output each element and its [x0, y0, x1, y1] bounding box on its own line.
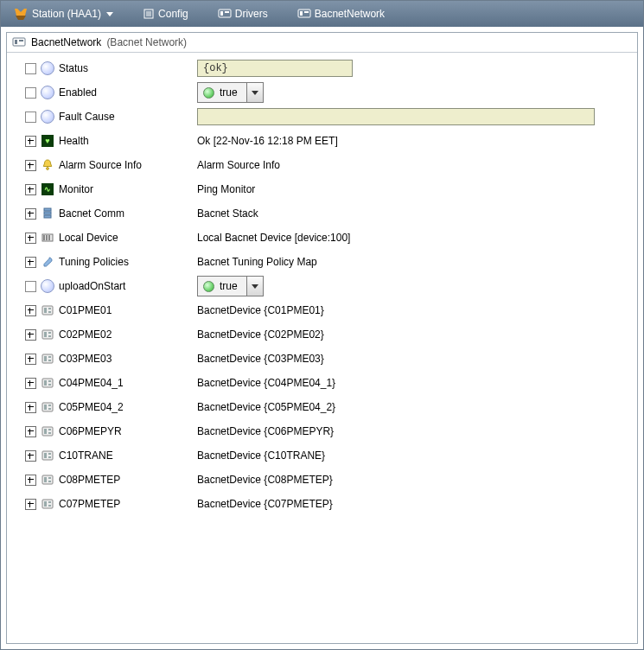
svg-rect-24	[48, 311, 51, 313]
svg-rect-41	[42, 427, 53, 436]
expand-button[interactable]	[25, 233, 36, 244]
svg-rect-49	[42, 475, 53, 484]
svg-rect-5	[220, 11, 223, 16]
svg-rect-9	[304, 11, 309, 13]
slot-icon	[41, 110, 54, 124]
svg-rect-39	[48, 405, 51, 406]
fault-cause-field	[197, 108, 595, 125]
row-bacnet-comm: Bacnet Comm Bacnet Stack	[22, 201, 630, 226]
expand-button[interactable]	[25, 450, 36, 462]
svg-rect-34	[44, 380, 47, 386]
svg-rect-53	[42, 500, 53, 508]
bacnet-comm-value: Bacnet Stack	[197, 207, 258, 220]
device-name: C06PMEPYR	[59, 425, 122, 437]
row-device: C05PME04_2BacnetDevice {C05PME04_2}	[22, 395, 630, 419]
row-device: C03PME03BacnetDevice {C03PME03}	[22, 347, 630, 371]
svg-rect-16	[44, 215, 51, 218]
dropdown-caret-icon	[106, 12, 113, 16]
breadcrumb-station[interactable]: Station (HAA1)	[6, 4, 120, 23]
expand-button[interactable]	[25, 354, 36, 365]
row-device: C10TRANEBacnetDevice {C10TRANE}	[22, 443, 630, 468]
label-fault-cause: Fault Cause	[59, 111, 115, 123]
svg-rect-50	[44, 477, 47, 482]
svg-rect-37	[42, 403, 53, 411]
expand-button[interactable]	[25, 378, 36, 389]
expand-button[interactable]	[25, 402, 36, 413]
leaf-icon	[25, 281, 36, 292]
row-device: C08PMETEPBacnetDevice {C08PMETEP}	[22, 468, 630, 492]
breadcrumb-station-label: Station (HAA1)	[32, 8, 101, 20]
row-device: C06PMEPYRBacnetDevice {C06PMEPYR}	[22, 419, 630, 443]
true-indicator-icon	[203, 87, 214, 99]
row-upload-on-start: uploadOnStart true	[22, 274, 630, 298]
device-name: C02PME02	[59, 328, 112, 341]
expand-button[interactable]	[25, 257, 36, 268]
device-icon	[41, 498, 54, 510]
svg-rect-14	[44, 208, 51, 211]
svg-rect-40	[48, 408, 51, 410]
svg-rect-32	[48, 360, 51, 361]
svg-rect-11	[15, 40, 17, 44]
health-icon: ♥	[41, 135, 54, 147]
upload-on-start-dropdown[interactable]: true	[197, 276, 264, 296]
device-list: C01PME01BacnetDevice {C01PME01}C02PME02B…	[22, 298, 630, 516]
device-name: C01PME01	[59, 304, 112, 316]
dropdown-button[interactable]	[246, 83, 263, 102]
chevron-down-icon	[252, 91, 258, 95]
device-desc: BacnetDevice {C05PME04_2}	[197, 401, 335, 413]
svg-rect-52	[48, 481, 51, 482]
svg-rect-45	[42, 451, 53, 460]
label-health: Health	[59, 135, 89, 147]
expand-button[interactable]	[25, 499, 36, 510]
expand-button[interactable]	[25, 160, 36, 171]
expand-button[interactable]	[25, 184, 36, 195]
breadcrumb-config[interactable]: Config	[136, 6, 195, 22]
panel-title: BacnetNetwork	[31, 36, 101, 48]
svg-rect-20	[48, 235, 50, 240]
svg-rect-36	[48, 384, 51, 386]
svg-rect-42	[44, 429, 47, 434]
enabled-dropdown[interactable]: true	[197, 82, 264, 103]
device-icon	[41, 449, 54, 462]
expand-button[interactable]	[25, 426, 36, 437]
label-alarm-source: Alarm Source Info	[59, 159, 142, 171]
expand-button[interactable]	[25, 475, 36, 486]
expand-button[interactable]	[25, 305, 36, 316]
svg-rect-44	[48, 432, 51, 434]
row-device: C07PMETEPBacnetDevice {C07PMETEP}	[22, 492, 630, 516]
driver-icon	[218, 8, 232, 20]
label-local-device: Local Device	[59, 232, 118, 244]
expand-button[interactable]	[25, 329, 36, 341]
tuning-policies-value: Bacnet Tuning Policy Map	[197, 256, 317, 268]
row-local-device: Local Device Local Bacnet Device [device…	[22, 226, 630, 250]
breadcrumb-bacnetnetwork[interactable]: BacnetNetwork	[290, 6, 392, 22]
svg-rect-43	[48, 429, 51, 430]
device-desc: BacnetDevice {C07PMETEP}	[197, 498, 333, 510]
wrench-icon	[41, 256, 54, 268]
svg-rect-47	[48, 453, 51, 455]
dropdown-button[interactable]	[246, 277, 263, 296]
device-icon	[41, 425, 54, 437]
svg-rect-19	[46, 235, 48, 240]
svg-rect-25	[42, 330, 53, 339]
device-desc: BacnetDevice {C03PME03}	[197, 353, 324, 365]
breadcrumb-bacnet-label: BacnetNetwork	[315, 8, 385, 20]
device-desc: BacnetDevice {C01PME01}	[197, 304, 324, 316]
device-desc: BacnetDevice {C06PMEPYR}	[197, 425, 334, 437]
expand-button[interactable]	[25, 208, 36, 220]
property-sheet-panel: BacnetNetwork (Bacnet Network) Status {o…	[6, 32, 638, 644]
breadcrumb-drivers[interactable]: Drivers	[211, 6, 275, 22]
slot-icon	[41, 279, 54, 293]
upload-on-start-value: true	[220, 280, 238, 292]
panel-type: (Bacnet Network)	[106, 36, 187, 48]
svg-rect-38	[44, 405, 47, 410]
label-enabled: Enabled	[59, 86, 97, 99]
row-device: C01PME01BacnetDevice {C01PME01}	[22, 298, 630, 322]
svg-rect-8	[300, 11, 303, 16]
expand-button[interactable]	[25, 136, 36, 147]
svg-rect-30	[44, 356, 47, 361]
local-device-value: Local Bacnet Device [device:100]	[197, 232, 350, 244]
device-desc: BacnetDevice {C08PMETEP}	[197, 474, 333, 486]
device-name: C03PME03	[59, 353, 112, 365]
svg-rect-48	[48, 456, 51, 458]
